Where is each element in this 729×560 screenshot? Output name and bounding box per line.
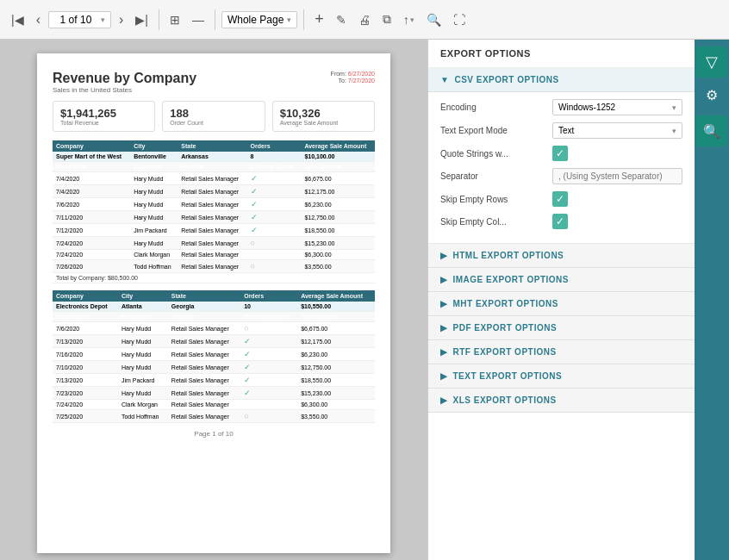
csv-section-header[interactable]: ▼ CSV EXPORT OPTIONS [428, 68, 695, 92]
csv-collapse-arrow: ▼ [440, 75, 449, 84]
table-row: 7/23/2020Hary MuddRetail Sales Manager✓$… [53, 387, 375, 400]
print-icon: 🖨 [358, 13, 371, 27]
pdf-section-header[interactable]: ▶ PDF EXPORT OPTIONS [428, 316, 695, 340]
table-row: 7/26/2020Todd HoffmanRetail Sales Manage… [53, 260, 375, 273]
settings-panel-button[interactable]: ⚙ [696, 79, 727, 110]
pages-button[interactable]: ⧉ [378, 9, 396, 29]
skip-empty-cols-checkbox[interactable]: ✓ [552, 214, 568, 229]
last-page-button[interactable]: ▶| [131, 10, 153, 29]
text-section-header[interactable]: ▶ TEXT EXPORT OPTIONS [428, 364, 695, 389]
toolbar: |◀ ‹ 1 of 10 ▾ › ▶| ⊞ — Whole Page ▾ + ✎… [0, 0, 729, 40]
data-table-2: Company City State Orders Average Sale A… [53, 290, 375, 423]
next-page-button[interactable]: › [115, 9, 128, 30]
doc-preview: Revenue by Company Sales in the United S… [0, 40, 427, 560]
pdf-expand-arrow: ▶ [440, 323, 448, 333]
date-to-value: 7/27/2020 [348, 78, 375, 84]
csv-section-content: Encoding Windows-1252 ▾ Text Export Mode… [428, 92, 695, 244]
doc-title: Revenue by Company [53, 71, 196, 86]
rtf-section-label: RTF EXPORT OPTIONS [453, 347, 557, 357]
first-page-icon: |◀ [11, 13, 24, 27]
sub-col-employee: Employee [130, 162, 178, 172]
company-state-1: Arkansas [178, 152, 246, 162]
date-to-label: To: [339, 78, 346, 84]
skip-empty-rows-checkbox[interactable]: ✓ [552, 191, 568, 207]
table-row: 7/13/2020Hary MuddRetail Sales Manager✓$… [53, 335, 375, 348]
text-mode-dropdown[interactable]: Text ▾ [552, 122, 682, 139]
separator-input[interactable] [552, 168, 682, 184]
main-area: Revenue by Company Sales in the United S… [0, 40, 729, 560]
sub-col-position: Position [178, 162, 246, 172]
col-avg-sale: Average Sale Amount [301, 140, 375, 152]
doc-dates: From: 6/27/2020 To: 7/27/2020 [331, 71, 375, 84]
prev-page-button[interactable]: ‹ [32, 9, 45, 30]
date-to: To: 7/27/2020 [331, 78, 375, 84]
quote-strings-checkbox[interactable]: ✓ [552, 146, 568, 161]
encoding-dropdown-arrow: ▾ [672, 103, 676, 112]
table-row: 7/4/2020Hary MuddRetail Sales Manager✓$1… [53, 185, 375, 198]
col-state: State [178, 140, 246, 152]
col2-orders: Orders [240, 290, 297, 302]
kpi-revenue-label: Total Revenue [60, 120, 147, 126]
total-row-1: Total by Company: $80,500.00 [53, 273, 375, 283]
fullscreen-button[interactable]: ⛶ [449, 10, 470, 29]
pages-icon: ⧉ [383, 12, 391, 27]
zoom-select[interactable]: Whole Page ▾ [221, 11, 297, 28]
mht-section-header[interactable]: ▶ MHT EXPORT OPTIONS [428, 292, 695, 316]
add-button[interactable]: + [310, 8, 328, 31]
encoding-value: Windows-1252 [558, 103, 615, 112]
settings-icon: ⚙ [706, 87, 718, 103]
add-icon: + [315, 10, 324, 28]
page-number-input[interactable]: 1 of 10 [54, 14, 97, 26]
zoom-label: Whole Page [227, 14, 284, 26]
xls-expand-arrow: ▶ [440, 395, 448, 405]
kpi-revenue-value: $1,941,265 [60, 107, 147, 120]
export-icon: ↑▾ [403, 13, 414, 27]
sub2-col-amount: Sale Amount [297, 312, 375, 322]
sub-col-order-date: Order Date [53, 162, 130, 172]
skip-empty-cols-label: Skip Empty Col... [440, 217, 552, 227]
zoom-dropdown-arrow: ▾ [287, 16, 291, 24]
first-page-button[interactable]: |◀ [7, 10, 28, 29]
table-row: 7/24/2020Hary MuddRetail Sales Manager○$… [53, 237, 375, 250]
kpi-count-value: 188 [170, 107, 257, 120]
zoom-out-icon: — [192, 13, 204, 27]
image-expand-arrow: ▶ [440, 275, 448, 284]
skip-empty-rows-control: ✓ [552, 191, 682, 207]
filter-panel-button[interactable]: ▽ [696, 47, 727, 78]
side-icon-bar: ▽ ⚙ 🔍 [695, 40, 729, 560]
kpi-order-count: 188 Order Count [162, 101, 265, 132]
encoding-dropdown[interactable]: Windows-1252 ▾ [552, 99, 682, 115]
page-indicator: Page 1 of 10 [53, 430, 375, 438]
kpi-avg-value: $10,326 [280, 107, 367, 120]
zoom-out-button[interactable]: — [188, 10, 209, 29]
company-state-2: Georgia [168, 302, 240, 312]
export-options-header: EXPORT OPTIONS [428, 40, 695, 68]
company-orders-2: 10 [240, 302, 297, 312]
doc-header: Revenue by Company Sales in the United S… [53, 71, 375, 94]
print-button[interactable]: 🖨 [354, 10, 375, 29]
search-panel-button[interactable]: 🔍 [696, 115, 727, 146]
search-toolbar-button[interactable]: 🔍 [422, 10, 446, 29]
last-page-icon: ▶| [135, 13, 148, 27]
text-mode-dropdown-arrow: ▾ [672, 127, 676, 135]
edit-button[interactable]: ✎ [332, 10, 351, 29]
grid-view-button[interactable]: ⊞ [165, 10, 184, 29]
sub2-col-position: Position [168, 312, 240, 322]
separator-control [552, 168, 682, 184]
filter-icon: ▽ [706, 53, 718, 72]
html-section-header[interactable]: ▶ HTML EXPORT OPTIONS [428, 244, 695, 268]
table-row: 7/6/2020Hary MuddRetail Sales Manager○$6… [53, 322, 375, 335]
total-label-1: Total by Company: $80,500.00 [53, 273, 375, 283]
company-row-1: Super Mart of the West Bentonville Arkan… [53, 152, 375, 162]
table-row: 7/25/2020Todd HoffmanRetail Sales Manage… [53, 410, 375, 423]
image-section-header[interactable]: ▶ IMAGE EXPORT OPTIONS [428, 268, 695, 292]
col-orders: Orders [247, 140, 302, 152]
sub-header-2: Order Date Employee Position Delivery St… [53, 312, 375, 322]
rtf-section-header[interactable]: ▶ RTF EXPORT OPTIONS [428, 340, 695, 364]
sub-col-delivery: Delivery Status [247, 162, 302, 172]
sub-col-amount: Sale Amount [301, 162, 375, 172]
export-button[interactable]: ↑▾ [399, 10, 419, 29]
doc-page: Revenue by Company Sales in the United S… [37, 53, 390, 553]
sub2-col-delivery: Delivery Status [240, 312, 297, 322]
xls-section-header[interactable]: ▶ XLS EXPORT OPTIONS [428, 389, 695, 413]
